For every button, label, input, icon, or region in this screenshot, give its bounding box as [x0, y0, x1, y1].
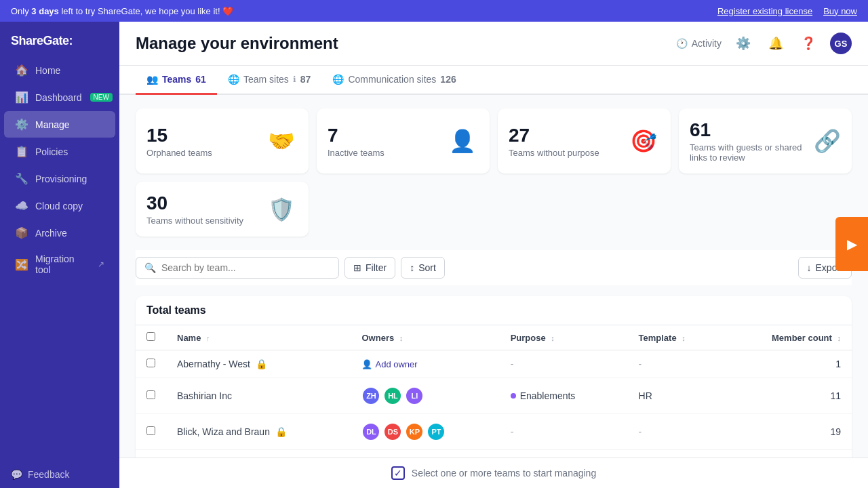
sidebar-item-migration[interactable]: 🔀 Migration tool ↗ [4, 247, 115, 282]
owners-cell: ZH HL LI [351, 378, 499, 414]
sidebar-item-cloud-copy[interactable]: ☁️ Cloud copy [4, 192, 115, 219]
settings-icon[interactable]: ⚙️ [732, 33, 754, 54]
table-row: Bashirian Inc ZH HL LI [136, 378, 852, 414]
lock-icon: 🔒 [275, 426, 287, 437]
sidebar: ShareGate: 🏠 Home 📊 Dashboard NEW ⚙️ Man… [0, 22, 119, 488]
sidebar-item-manage[interactable]: ⚙️ Manage [4, 111, 115, 138]
sidebar-migration-label: Migration tool [35, 253, 91, 275]
row-checkbox[interactable] [146, 390, 155, 399]
stat-card-inactive[interactable]: 7 Inactive teams 👤 [317, 108, 490, 174]
clock-icon: 🕐 [676, 38, 688, 49]
stat-card-guests[interactable]: 61 Teams with guests or shared links to … [679, 108, 852, 174]
stat-card-orphaned[interactable]: 15 Orphaned teams 🤝 [136, 108, 309, 174]
policies-icon: 📋 [15, 145, 28, 158]
tab-team-sites[interactable]: 🌐 Team sites ℹ 87 [217, 66, 322, 95]
teams-tab-label: Teams [162, 74, 191, 85]
guests-count: 61 [690, 119, 814, 141]
sidebar-feedback[interactable]: 💬 Feedback [0, 461, 119, 488]
member-count-sort-icon: ↕ [837, 334, 842, 342]
add-owner-label: Add owner [375, 359, 417, 369]
name-column-header[interactable]: Name ↑ [166, 325, 351, 350]
total-teams-label: Total teams [146, 304, 206, 317]
row-checkbox-cell[interactable] [136, 414, 166, 450]
owners-cell: 👤 Add owner [351, 350, 499, 378]
sort-label: Sort [418, 262, 436, 273]
notifications-icon[interactable]: 🔔 [765, 33, 787, 54]
team-name-cell: Blick, Wiza and Braun 🔒 [166, 414, 351, 450]
stat-card-no-sensitivity[interactable]: 30 Teams without sensitivity 🛡️ [136, 182, 309, 237]
right-action-bar[interactable]: ▶ [835, 217, 868, 271]
row-checkbox-cell[interactable] [136, 350, 166, 378]
manage-icon: ⚙️ [15, 118, 28, 131]
sidebar-policies-label: Policies [35, 146, 68, 157]
page-header: Manage your environment 🕐 Activity ⚙️ 🔔 … [119, 22, 868, 66]
help-icon[interactable]: ❓ [797, 33, 819, 54]
sidebar-item-provisioning[interactable]: 🔧 Provisioning [4, 165, 115, 192]
purpose-dot [511, 393, 516, 399]
search-box[interactable]: 🔍 [136, 257, 339, 279]
select-all-header[interactable] [136, 325, 166, 350]
bottom-bar: ✓ Select one or more teams to start mana… [119, 458, 868, 488]
orphaned-count: 15 [146, 125, 212, 146]
header-actions: 🕐 Activity ⚙️ 🔔 ❓ GS [676, 33, 852, 54]
external-link-icon: ↗ [98, 260, 104, 269]
search-input[interactable] [161, 262, 330, 273]
register-license-link[interactable]: Register existing license [717, 6, 812, 16]
row-checkbox[interactable] [146, 426, 155, 435]
purpose-column-header[interactable]: Purpose ↕ [500, 325, 628, 350]
tab-teams[interactable]: 👥 Teams 61 [136, 66, 217, 95]
user-avatar[interactable]: GS [830, 33, 852, 54]
owners-cell: DL DS KP PT [351, 414, 499, 450]
inactive-label: Inactive teams [328, 148, 384, 158]
add-owner-button[interactable]: 👤 Add owner [361, 359, 417, 369]
buy-now-link[interactable]: Buy now [823, 6, 857, 16]
search-icon: 🔍 [144, 262, 156, 273]
table-row: Bode Inc 🔒 👤 Add owner [136, 450, 852, 458]
panel-icon: ▶ [847, 236, 857, 252]
activity-button[interactable]: 🕐 Activity [676, 38, 722, 49]
row-checkbox[interactable] [146, 359, 155, 367]
row-checkbox-cell[interactable] [136, 378, 166, 414]
no-purpose-label: Teams without purpose [509, 148, 599, 158]
content-area: 15 Orphaned teams 🤝 7 Inactive teams 👤 2… [119, 95, 868, 458]
purpose-cell: Enablements [500, 378, 628, 414]
checkmark-icon: ✓ [394, 468, 402, 479]
top-banner: Only 3 days left to try ShareGate, we ho… [0, 0, 868, 22]
owner-avatar: KP [405, 422, 424, 441]
filter-label: Filter [366, 262, 387, 273]
sort-button[interactable]: ↕ Sort [401, 257, 445, 279]
owner-avatar: DS [383, 422, 402, 441]
feedback-label: Feedback [28, 469, 69, 480]
main-content: Manage your environment 🕐 Activity ⚙️ 🔔 … [119, 22, 868, 488]
team-name: Blick, Wiza and Braun [177, 426, 270, 437]
tab-comm-sites[interactable]: 🌐 Communication sites 126 [321, 66, 467, 95]
no-sensitivity-icon: 🛡️ [265, 193, 298, 226]
stat-card-no-purpose[interactable]: 27 Teams without purpose 🎯 [498, 108, 671, 174]
filter-button[interactable]: ⊞ Filter [344, 257, 395, 279]
purpose-value: Enablements [520, 390, 576, 401]
banner-message: Only 3 days left to try ShareGate, we ho… [11, 6, 233, 16]
select-all-checkbox[interactable] [146, 332, 155, 341]
sidebar-item-dashboard[interactable]: 📊 Dashboard NEW [4, 84, 115, 110]
owners-column-header[interactable]: Owners ↕ [351, 325, 499, 350]
template-cell: - [628, 350, 724, 378]
orphaned-icon: 🤝 [265, 125, 298, 157]
inactive-count: 7 [328, 125, 384, 146]
feedback-icon: 💬 [11, 469, 22, 480]
member-count-cell: 11 [724, 378, 852, 414]
sidebar-item-policies[interactable]: 📋 Policies [4, 138, 115, 165]
no-purpose-count: 27 [509, 125, 599, 146]
home-icon: 🏠 [15, 64, 28, 77]
row-checkbox-cell[interactable] [136, 450, 166, 458]
purpose-cell: - [500, 350, 628, 378]
sidebar-item-home[interactable]: 🏠 Home [4, 57, 115, 83]
teams-tab-icon: 👥 [146, 74, 158, 85]
sidebar-item-archive[interactable]: 📦 Archive [4, 220, 115, 246]
owner-avatar: DL [361, 422, 380, 441]
dashboard-icon: 📊 [15, 91, 28, 104]
tabs-bar: 👥 Teams 61 🌐 Team sites ℹ 87 🌐 Communica… [119, 66, 868, 95]
template-column-header[interactable]: Template ↕ [628, 325, 724, 350]
cloud-copy-icon: ☁️ [15, 199, 28, 212]
guests-label: Teams with guests or shared links to rev… [690, 142, 814, 163]
member-count-column-header[interactable]: Member count ↕ [724, 325, 852, 350]
